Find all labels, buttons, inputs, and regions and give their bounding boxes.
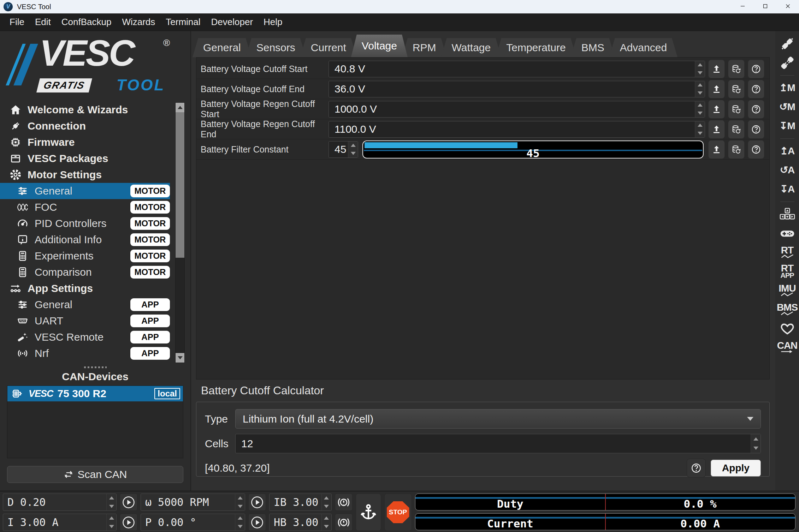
spin-buttons[interactable] [321,494,331,510]
spin-up-icon[interactable] [695,81,705,89]
sidebar-item[interactable]: Additional Info MOTOR [0,232,170,248]
splitter-handle[interactable] [0,364,190,371]
tab[interactable]: Advanced [609,38,677,57]
control-field[interactable]: HB 3.00 A [269,514,332,531]
keep-position-button[interactable] [356,494,381,531]
spin-buttons[interactable] [235,494,245,510]
connect-button[interactable] [780,36,795,52]
restore-default-button[interactable] [728,100,745,119]
control-field[interactable]: D 0.20 [3,494,117,511]
divider[interactable] [780,202,794,202]
spin-down-icon[interactable] [695,109,705,117]
imu-data-button[interactable]: IMU [779,283,795,298]
spin-up-icon[interactable] [695,61,705,69]
param-value-field[interactable]: 45 [329,141,358,158]
tab[interactable]: General [193,38,251,57]
scroll-up-button[interactable] [176,103,184,112]
sidebar-item[interactable]: General APP [0,297,170,313]
menu-item[interactable]: File [4,13,30,31]
apply-button[interactable]: Apply [711,460,761,477]
spin-down-icon[interactable] [695,89,705,97]
disconnect-button[interactable] [780,55,795,71]
write-value-button[interactable] [708,100,725,119]
run-duty-button[interactable] [120,494,137,511]
write-value-button[interactable] [708,120,725,139]
spin-buttons[interactable] [695,81,705,97]
can-device-item[interactable]: VESC 75 300 R2 local [7,386,183,401]
param-slider[interactable]: 45 [362,141,704,159]
spin-up-icon[interactable] [348,142,358,150]
favorites-button[interactable] [780,321,795,336]
read-motor-config-button[interactable]: ↺M [779,99,795,115]
rt-app-data-button[interactable]: RT APP [780,264,794,279]
param-value-field[interactable]: 40.8 V [329,61,705,77]
sidebar-scrollbar[interactable] [175,102,185,363]
read-app-config-button[interactable]: ↺A [780,162,795,178]
help-button[interactable] [748,80,764,98]
handbrake-current-button[interactable] [335,514,353,531]
read-default-app-config-button[interactable]: ↧A [780,181,795,197]
spin-buttons[interactable] [321,514,331,531]
run-current-button[interactable] [120,514,137,531]
sidebar-item[interactable]: Nrf APP [0,345,170,361]
can-forward-button[interactable]: CAN [777,340,798,355]
read-default-motor-config-button[interactable]: ↧M [779,118,795,134]
control-field[interactable]: P 0.00 ° [141,514,245,531]
spin-down-icon[interactable] [348,149,358,157]
sidebar-item[interactable]: PID Controllers MOTOR [0,215,170,232]
write-value-button[interactable] [708,60,725,78]
help-button[interactable] [748,100,764,119]
sidebar-item[interactable]: Experiments MOTOR [0,248,170,264]
write-motor-config-button[interactable]: ↥M [779,80,795,96]
tab[interactable]: Current [300,38,357,57]
spin-up-icon[interactable] [695,121,705,130]
help-button[interactable] [748,60,764,78]
sidebar-item[interactable]: UART APP [0,313,170,329]
keyboard-control-button[interactable] [780,207,795,222]
sidebar-item[interactable]: App Settings [0,280,170,297]
sidebar-item[interactable]: Welcome & Wizards [0,102,170,118]
tab[interactable]: RPM [402,38,447,57]
spin-buttons[interactable] [348,142,358,157]
sidebar-item[interactable]: Motor Settings [0,167,170,183]
bms-data-button[interactable]: BMS [777,302,798,317]
sidebar-item[interactable]: General MOTOR [0,183,170,199]
close-button[interactable] [776,0,799,13]
spin-buttons[interactable] [106,514,116,531]
menu-item[interactable]: ConfBackup [56,13,117,31]
tab[interactable]: Temperature [496,38,576,57]
scroll-down-button[interactable] [176,353,184,363]
sidebar-item[interactable]: VESC Packages [0,150,170,167]
run-position-button[interactable] [248,514,266,531]
tab[interactable]: Wattage [441,38,502,57]
scrollbar-handle[interactable] [176,112,184,258]
spin-buttons[interactable] [106,494,116,510]
tab[interactable]: Voltage [351,35,408,57]
param-value-field[interactable]: 1000.0 V [329,101,705,118]
control-field[interactable]: ω 5000 RPM [141,494,245,511]
spin-buttons[interactable] [695,61,705,77]
sidebar-item[interactable]: FOC MOTOR [0,199,170,215]
menu-item[interactable]: Terminal [160,13,206,31]
divider[interactable] [780,138,794,139]
menu-item[interactable]: Wizards [117,13,160,31]
menu-item[interactable]: Developer [206,13,259,31]
param-value-field[interactable]: 36.0 V [329,81,705,97]
sidebar-item[interactable]: Connection [0,118,170,134]
control-field[interactable]: I 3.00 A [3,514,117,531]
battery-type-select[interactable]: Lithium Ion (full at 4.2V/cell) [235,409,761,429]
restore-default-button[interactable] [728,140,745,159]
stop-button[interactable]: STOP [384,494,412,531]
divider[interactable] [780,75,794,76]
control-field[interactable]: IB 3.00 A [269,494,332,511]
write-value-button[interactable] [708,80,725,98]
sidebar-item[interactable]: Comparison MOTOR [0,264,170,280]
cells-input[interactable]: 12 [235,434,761,453]
restore-default-button[interactable] [728,60,745,78]
cells-spin-buttons[interactable] [751,434,760,453]
restore-default-button[interactable] [728,80,745,98]
help-button[interactable] [748,140,764,159]
write-value-button[interactable] [708,140,725,159]
minimize-button[interactable] [731,0,754,13]
menu-item[interactable]: Help [258,13,288,31]
